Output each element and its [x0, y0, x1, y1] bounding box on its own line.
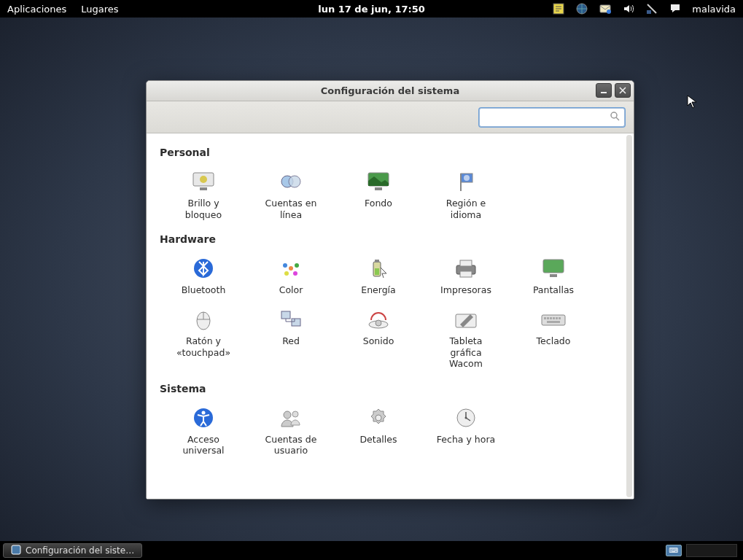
item-label: Red [250, 335, 332, 347]
network-icon[interactable] [575, 2, 588, 15]
sound-icon [338, 306, 419, 332]
item-background[interactable]: Fondo [335, 164, 422, 223]
wacom-icon [425, 306, 507, 332]
background-icon [338, 168, 419, 195]
clock[interactable]: lun 17 de jun, 17:50 [318, 4, 425, 15]
mouse-icon [163, 306, 244, 332]
item-sound[interactable]: Sonido [335, 302, 422, 373]
section-personal-grid: Brillo y bloqueo Cuentas en línea Fondo … [160, 164, 628, 223]
svg-rect-39 [547, 317, 549, 319]
section-system-title: Sistema [160, 383, 628, 394]
item-label: Brillo y bloqueo [163, 198, 244, 220]
item-region-language[interactable]: Región e idioma [422, 164, 510, 223]
svg-rect-29 [543, 260, 564, 273]
close-button[interactable] [615, 83, 631, 98]
keyboard-icon [513, 306, 594, 332]
svg-point-35 [376, 320, 381, 326]
item-label: Color [250, 284, 332, 296]
network-icon [250, 306, 332, 332]
svg-rect-28 [460, 271, 472, 277]
item-universal-access[interactable]: Acceso universal [160, 400, 247, 459]
places-menu[interactable]: Lugares [74, 4, 125, 15]
item-color[interactable]: Color [247, 251, 335, 299]
item-online-accounts[interactable]: Cuentas en línea [247, 164, 335, 223]
svg-rect-27 [460, 260, 472, 266]
svg-rect-41 [553, 317, 555, 319]
search-input[interactable] [484, 112, 610, 122]
svg-rect-24 [375, 260, 379, 262]
item-energy[interactable]: Energía [335, 251, 422, 299]
item-keyboard[interactable]: Teclado [510, 302, 597, 373]
item-mouse-touchpad[interactable]: Ratón y «touchpad» [160, 302, 247, 373]
region-language-icon [425, 168, 507, 195]
minimize-button[interactable] [596, 83, 612, 98]
svg-rect-5 [601, 92, 607, 93]
item-label: Pantallas [513, 284, 594, 296]
search-icon [610, 110, 620, 124]
item-label: Acceso universal [163, 434, 244, 456]
item-network[interactable]: Red [247, 302, 335, 373]
user-menu[interactable]: malavida [692, 4, 736, 15]
keyboard-layout-indicator[interactable]: ⌨ [666, 545, 682, 556]
date-time-icon [425, 405, 507, 431]
displays-icon [513, 255, 594, 281]
svg-point-47 [284, 411, 291, 419]
svg-point-48 [292, 411, 298, 417]
mail-icon[interactable] [599, 2, 612, 15]
section-system-grid: Acceso universal Cuentas de usuario Deta… [160, 400, 628, 459]
bottom-panel: Configuración del siste… ⌨ [0, 541, 743, 560]
top-panel: Aplicaciones Lugares lun 17 de jun, 17:5… [0, 0, 743, 18]
svg-rect-43 [559, 317, 561, 319]
color-icon [250, 255, 332, 281]
svg-rect-30 [550, 274, 557, 277]
universal-access-icon [163, 405, 244, 431]
notes-icon[interactable] [552, 2, 565, 15]
svg-rect-38 [544, 317, 546, 319]
task-button-system-settings[interactable]: Configuración del siste… [3, 543, 142, 558]
svg-point-19 [295, 263, 299, 268]
search-field[interactable] [479, 108, 625, 127]
applications-menu[interactable]: Aplicaciones [0, 4, 74, 15]
accessibility-icon[interactable] [645, 2, 658, 15]
energy-icon [338, 255, 419, 281]
svg-point-15 [464, 175, 470, 181]
item-label: Fondo [338, 198, 419, 209]
section-personal-title: Personal [160, 147, 628, 158]
svg-rect-4 [647, 10, 651, 14]
item-printers[interactable]: Impresoras [422, 251, 510, 299]
printers-icon [425, 255, 507, 281]
brightness-lock-icon [163, 168, 244, 195]
task-label: Configuración del siste… [26, 545, 134, 556]
svg-point-20 [283, 263, 287, 268]
item-label: Ratón y «touchpad» [163, 335, 244, 358]
item-label: Bluetooth [163, 284, 244, 296]
item-wacom[interactable]: Tableta gráfica Wacom [422, 302, 510, 373]
item-date-time[interactable]: Fecha y hora [422, 400, 510, 459]
item-label: Sonido [338, 335, 419, 347]
svg-point-18 [289, 266, 293, 271]
svg-rect-9 [200, 187, 207, 190]
svg-rect-40 [550, 317, 552, 319]
volume-icon[interactable] [622, 2, 635, 15]
scrollbar[interactable] [626, 135, 632, 497]
item-label: Teclado [513, 335, 594, 347]
item-details[interactable]: Detalles [335, 400, 422, 459]
section-hardware-title: Hardware [160, 233, 628, 245]
svg-point-11 [289, 176, 300, 187]
workspace-switcher[interactable] [686, 544, 737, 557]
bluetooth-icon [163, 255, 244, 281]
system-settings-window: Configuración del sistema Personal [146, 80, 634, 499]
svg-rect-44 [547, 321, 560, 323]
window-titlebar[interactable]: Configuración del sistema [147, 81, 634, 101]
item-user-accounts[interactable]: Cuentas de usuario [247, 400, 335, 459]
item-brightness-lock[interactable]: Brillo y bloqueo [160, 164, 247, 223]
window-title: Configuración del sistema [147, 85, 634, 96]
item-bluetooth[interactable]: Bluetooth [160, 251, 247, 299]
item-label: Impresoras [425, 284, 507, 296]
item-label: Región e idioma [425, 198, 507, 220]
item-displays[interactable]: Pantallas [510, 251, 597, 299]
settings-content: Personal Brillo y bloqueo Cuentas en lín… [147, 133, 634, 499]
chat-icon[interactable] [669, 2, 682, 15]
svg-rect-52 [12, 545, 20, 554]
online-accounts-icon [250, 168, 332, 195]
